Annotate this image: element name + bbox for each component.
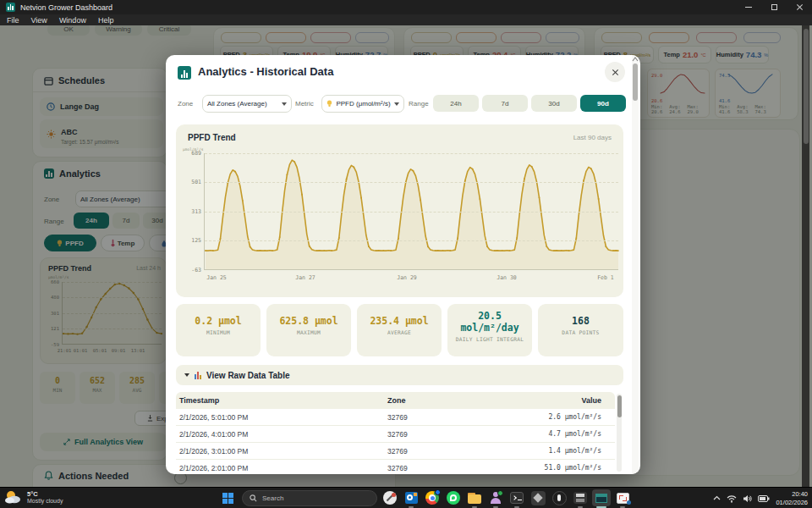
stat-dli-label: DAILY LIGHT INTEGRAL [447,336,532,342]
stat-dli-card: 20.5 mol/m²/day DAILY LIGHT INTEGRAL [447,304,532,356]
tray-chevron-icon[interactable] [713,495,721,501]
start-button[interactable] [218,489,237,506]
volume-icon[interactable] [743,494,752,503]
outlook-icon[interactable] [402,489,420,506]
stat-minimum-card: 0.2 μmol MINIMUM [176,304,261,356]
minimize-button[interactable] [736,0,761,14]
table-row[interactable]: 2/1/2026, 5:01:00 PM 32769 2.6 μmol/m²/s [176,409,615,426]
cell-zone: 32769 [387,430,408,439]
printer-glyph [573,492,587,504]
ppfd-chart-plot [204,153,618,270]
cell-value: 1.4 μmol/m²/s [548,447,601,455]
menu-view[interactable]: View [31,16,47,25]
cell-timestamp: 2/1/2026, 3:01:00 PM [179,447,248,456]
app-scrollbar-thumb[interactable] [804,29,809,144]
stat-minimum-value: 0.2 μmol [176,315,261,327]
snipping-tool-icon[interactable] [613,489,632,506]
whatsapp-glyph [447,491,460,505]
modal-range-30d-button[interactable]: 30d [531,95,577,112]
modal-metric-label: Metric [295,100,314,108]
ytick: 125 [178,237,201,244]
modal-scrollbar[interactable] [632,55,639,474]
cell-zone: 32769 [387,464,408,472]
tools-app-icon[interactable] [381,489,399,506]
modal-zone-select[interactable]: All Zones (Average) [202,95,292,113]
modal-range-90d-button[interactable]: 90d [580,95,626,112]
table-scrollbar-thumb[interactable] [617,395,622,417]
raw-data-toggle-label: View Raw Data Table [206,371,290,380]
stat-average-value: 235.4 μmol [357,315,442,327]
weather-temp: 5°C [27,490,63,498]
chevron-down-icon [282,102,287,106]
ppfd-trend-period: Last 90 days [573,134,612,141]
cell-value: 51.0 μmol/m²/s [545,464,601,472]
modal-zone-label: Zone [178,100,193,108]
stat-maximum-value: 625.8 μmol [266,315,351,327]
table-row[interactable]: 2/1/2026, 3:01:00 PM 32769 1.4 μmol/m²/s [176,443,615,460]
range-label: 90d [597,100,609,108]
col-timestamp: Timestamp [179,396,219,405]
3d-viewer-icon[interactable] [529,489,547,506]
tray-clock[interactable]: 20:40 01/02/2026 [776,490,808,507]
modal-close-button[interactable] [605,62,625,82]
xtick: Feb 1 [597,274,614,281]
folder-glyph [468,493,481,504]
wifi-icon[interactable] [727,494,737,503]
printer-app-icon[interactable] [571,489,590,506]
menu-window[interactable]: Window [59,16,86,25]
raw-data-toggle[interactable]: View Raw Data Table [176,365,623,385]
contacts-app-icon[interactable] [486,489,505,506]
menu-bar: File View Window Help [0,14,812,25]
whatsapp-icon[interactable] [444,489,463,506]
chrome-icon[interactable] [423,489,442,506]
cell-timestamp: 2/1/2026, 5:01:00 PM [179,413,248,422]
close-icon [612,69,619,76]
stat-maximum-label: MAXIMUM [266,329,351,335]
ytick: -63 [178,267,201,273]
outlook-glyph [405,492,418,504]
person-glyph [489,491,502,505]
modal-range-7d-button[interactable]: 7d [482,95,528,112]
app-logo-icon [6,3,15,12]
maximize-button[interactable] [761,0,787,14]
table-scrollbar[interactable] [617,394,622,472]
stat-dli-unit: mol/m²/day [447,322,532,334]
tools-glyph [383,491,397,505]
table-icon [195,372,201,379]
terminal-glyph [510,492,524,504]
table-row[interactable]: 2/1/2026, 2:01:00 PM 32769 51.0 μmol/m²/… [176,460,615,474]
close-window-button[interactable] [787,0,812,14]
chevron-down-icon [394,102,399,106]
ytick: 689 [178,150,201,157]
stat-datapoints-label: DATA POINTS [538,329,623,335]
stat-average-card: 235.4 μmol AVERAGE [357,304,442,356]
netvion-app-icon-active[interactable] [592,489,611,506]
table-row[interactable]: 2/1/2026, 4:01:00 PM 32769 4.7 μmol/m²/s [176,426,615,443]
ytick: 313 [178,208,201,215]
file-explorer-icon[interactable] [465,489,484,506]
minimize-icon [745,7,752,8]
range-label: 7d [502,100,509,108]
terminal-icon[interactable] [508,489,526,506]
xtick: Jan 30 [497,274,516,281]
menu-file[interactable]: File [7,16,19,25]
voice-recorder-icon[interactable] [550,489,568,506]
modal-metric-select[interactable]: PPFD (μmol/m²/s) [321,95,404,113]
modal-range-24h-button[interactable]: 24h [433,95,479,112]
search-icon [250,494,257,502]
search-box[interactable]: Search [242,490,377,506]
window-title: Netvion Grower Dashboard [20,3,112,12]
cell-timestamp: 2/1/2026, 2:01:00 PM [179,464,248,472]
app-scrollbar[interactable] [802,25,809,487]
window-titlebar: Netvion Grower Dashboard [0,0,812,14]
modal-range-label: Range [409,100,429,108]
bulb-icon [326,100,332,108]
menu-help[interactable]: Help [98,16,114,25]
modal-scrollbar-thumb[interactable] [633,64,638,101]
tray-date: 01/02/2026 [776,499,808,507]
col-zone: Zone [387,396,406,405]
close-icon [796,3,804,11]
weather-icon [3,489,22,505]
battery-icon[interactable] [758,494,770,503]
weather-widget[interactable]: 5°C Mostly cloudy [3,489,63,505]
